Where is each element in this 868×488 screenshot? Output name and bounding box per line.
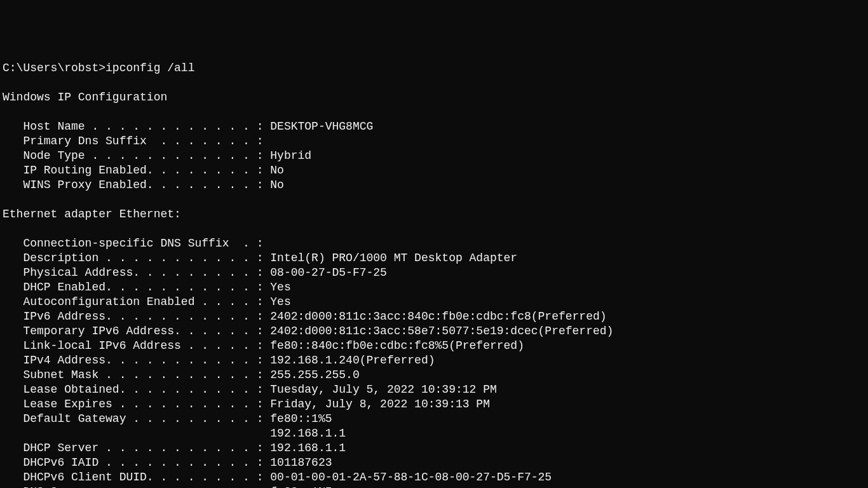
dhcpv6-duid-line: DHCPv6 Client DUID. . . . . . . . : 00-0… [3, 471, 552, 484]
dhcpv6-iaid-line: DHCPv6 IAID . . . . . . . . . . . : 1011… [3, 456, 332, 469]
section-header-windows-ip: Windows IP Configuration [3, 91, 167, 104]
section-header-ethernet: Ethernet adapter Ethernet: [3, 208, 181, 220]
physical-address-line: Physical Address. . . . . . . . . : 08-0… [3, 266, 387, 279]
lease-expires-line: Lease Expires . . . . . . . . . . : Frid… [3, 398, 490, 410]
primary-dns-line: Primary Dns Suffix . . . . . . . : [3, 135, 263, 147]
default-gateway-line: Default Gateway . . . . . . . . . : fe80… [3, 412, 332, 425]
node-type-line: Node Type . . . . . . . . . . . . : Hybr… [3, 149, 311, 162]
command: ipconfig /all [105, 62, 194, 74]
prompt: C:\Users\robst> [3, 62, 105, 74]
dhcp-server-line: DHCP Server . . . . . . . . . . . : 192.… [3, 442, 346, 454]
terminal-output[interactable]: C:\Users\robst>ipconfig /all Windows IP … [3, 61, 865, 488]
subnet-mask-line: Subnet Mask . . . . . . . . . . . : 255.… [3, 369, 360, 381]
autoconfig-line: Autoconfiguration Enabled . . . . : Yes [3, 295, 291, 308]
host-name-line: Host Name . . . . . . . . . . . . : DESK… [3, 120, 373, 133]
ipv6-address-line: IPv6 Address. . . . . . . . . . . : 2402… [3, 310, 607, 323]
dns-servers-line: DNS Servers . . . . . . . . . . . : fe80… [3, 485, 332, 488]
default-gateway-line2: 192.168.1.1 [3, 427, 346, 440]
temp-ipv6-line: Temporary IPv6 Address. . . . . . : 2402… [3, 325, 613, 337]
wins-proxy-line: WINS Proxy Enabled. . . . . . . . : No [3, 179, 284, 191]
dhcp-enabled-line: DHCP Enabled. . . . . . . . . . . : Yes [3, 281, 291, 294]
conn-dns-line: Connection-specific DNS Suffix . : [3, 237, 263, 250]
ip-routing-line: IP Routing Enabled. . . . . . . . : No [3, 164, 284, 177]
lease-obtained-line: Lease Obtained. . . . . . . . . . : Tues… [3, 383, 497, 396]
ipv4-address-line: IPv4 Address. . . . . . . . . . . : 192.… [3, 354, 435, 367]
linklocal-ipv6-line: Link-local IPv6 Address . . . . . : fe80… [3, 339, 524, 352]
description-line: Description . . . . . . . . . . . : Inte… [3, 252, 517, 264]
